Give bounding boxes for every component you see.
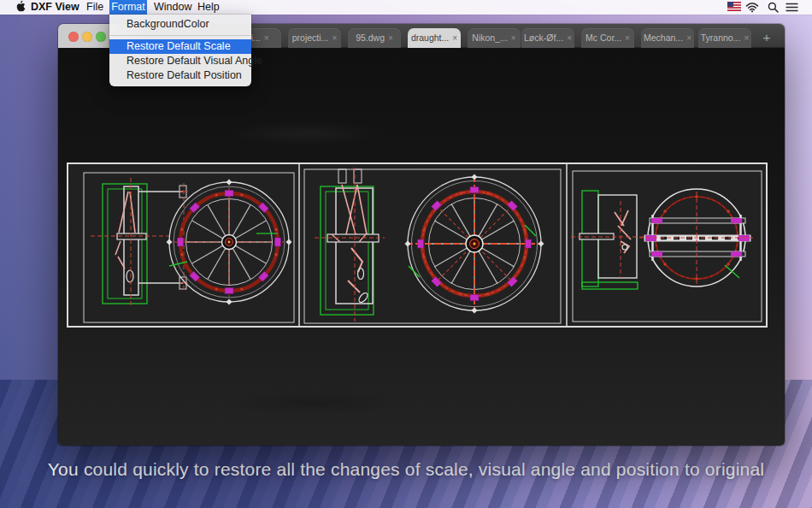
tab-close-icon[interactable]: × [567, 28, 572, 48]
input-source-flag-icon[interactable] [727, 2, 741, 14]
menu-separator [110, 35, 250, 36]
close-window-button[interactable] [68, 32, 79, 42]
tab-close-icon[interactable]: × [744, 28, 749, 48]
marketing-caption: You could quickly to restore all the cha… [0, 459, 812, 480]
tab-projecti[interactable]: projecti... × [288, 28, 341, 48]
tab-close-icon[interactable]: × [625, 28, 630, 48]
tab-draught-active[interactable]: draught... × [408, 28, 461, 48]
format-menu-dropdown: BackgroundColor Restore Default Scale Re… [109, 15, 251, 86]
new-tab-button[interactable]: + [756, 28, 777, 48]
tab-mc-cor[interactable]: Mc Cor... × [581, 28, 634, 48]
menu-option-restore-default-visual-angle[interactable]: Restore Default Visual Angle [109, 54, 251, 68]
dxf-view-window: etri... × projecti... × 95.dwg × draught… [58, 24, 785, 446]
wifi-icon[interactable] [745, 2, 759, 15]
cad-drawing [67, 162, 768, 328]
tab-close-icon[interactable]: × [388, 28, 393, 48]
menu-item-help[interactable]: Help [197, 0, 220, 15]
tab-tyranno[interactable]: Tyranno... × [698, 28, 751, 48]
tab-lock-of[interactable]: Løck-Øf... × [521, 28, 574, 48]
cad-viewport[interactable] [58, 48, 785, 446]
menu-item-file[interactable]: File [86, 0, 103, 15]
tab-mechan[interactable]: Mechan... × [641, 28, 694, 48]
zoom-window-button[interactable] [96, 32, 106, 42]
apple-logo-icon [15, 0, 26, 12]
tab-close-icon[interactable]: × [332, 28, 337, 48]
tab-95dwg[interactable]: 95.dwg × [348, 28, 401, 48]
apple-menu-icon[interactable] [15, 0, 26, 15]
tab-close-icon[interactable]: × [264, 28, 269, 48]
menu-app-name[interactable]: DXF View [31, 0, 79, 15]
spotlight-search-icon[interactable] [768, 2, 779, 15]
notification-center-icon[interactable] [786, 3, 798, 15]
menu-bar: DXF View File Format Window Help [0, 0, 812, 15]
tab-close-icon[interactable]: × [511, 28, 516, 48]
tab-close-icon[interactable]: × [686, 28, 691, 48]
tab-nikon[interactable]: Nikon_... × [468, 28, 521, 48]
traffic-lights [68, 32, 108, 42]
tab-close-icon[interactable]: × [452, 28, 457, 48]
minimize-window-button[interactable] [82, 32, 92, 42]
menu-option-background-color[interactable]: BackgroundColor [109, 17, 251, 32]
menu-option-restore-default-scale[interactable]: Restore Default Scale [109, 39, 251, 54]
menu-item-window[interactable]: Window [154, 0, 191, 15]
menu-option-restore-default-position[interactable]: Restore Default Position [109, 68, 251, 83]
menu-item-format[interactable]: Format [109, 0, 147, 15]
